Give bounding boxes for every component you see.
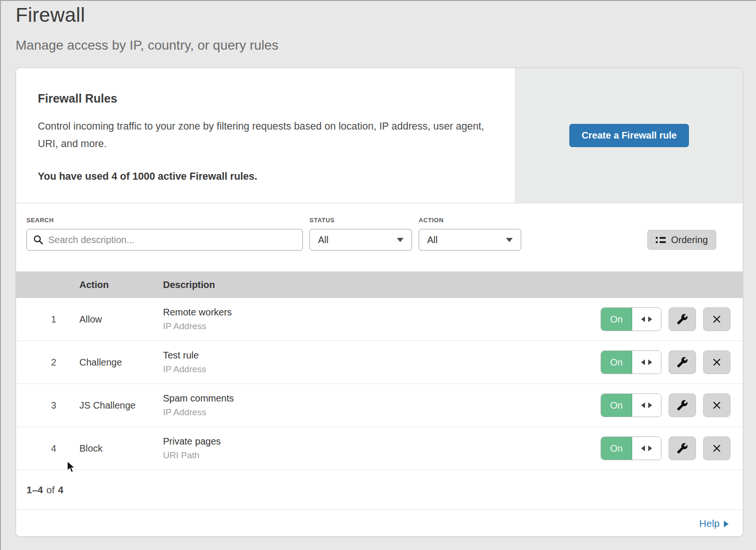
action-selected-value: All: [427, 235, 438, 245]
rule-description: Spam comments: [163, 393, 601, 404]
status-label: STATUS: [309, 217, 412, 224]
close-icon: [711, 313, 723, 325]
triangle-right-icon: [648, 359, 652, 365]
triangle-left-icon: [641, 316, 645, 322]
toggle-arrows-icon[interactable]: [632, 351, 661, 374]
triangle-right-icon: [648, 445, 652, 451]
delete-rule-button[interactable]: [703, 350, 730, 374]
rule-priority: 2: [16, 357, 79, 368]
wrench-icon: [677, 400, 688, 411]
toggle-on-label[interactable]: On: [601, 308, 632, 331]
right-triangle-icon: [724, 521, 729, 527]
rule-controls: On: [601, 307, 743, 331]
filter-bar: SEARCH STATUS All ACTION All: [16, 203, 743, 271]
table-row: 3 JS Challenge Spam comments IP Address …: [16, 384, 743, 427]
ordered-list-icon: [656, 237, 666, 243]
delete-rule-button[interactable]: [703, 437, 730, 460]
triangle-left-icon: [641, 445, 645, 451]
rule-action: Block: [79, 443, 163, 454]
rule-priority: 1: [16, 314, 79, 325]
delete-rule-button[interactable]: [703, 307, 730, 331]
table-row: 1 Allow Remote workers IP Address On: [16, 298, 743, 341]
page-header: Firewall Manage access by IP, country, o…: [0, 0, 756, 53]
close-icon: [711, 356, 723, 368]
search-box[interactable]: [26, 229, 303, 251]
rule-enabled-toggle[interactable]: On: [601, 307, 662, 331]
rule-description: Test rule: [163, 350, 601, 361]
pagination-separator: of: [46, 484, 55, 496]
close-icon: [711, 442, 723, 454]
action-filter-group: ACTION All: [419, 217, 521, 271]
toggle-arrows-icon[interactable]: [632, 437, 661, 460]
toggle-on-label[interactable]: On: [601, 394, 632, 417]
toggle-arrows-icon[interactable]: [632, 394, 661, 417]
table-row: 4 Block Private pages URI Path On: [16, 427, 743, 470]
description-column-header: Description: [163, 279, 743, 290]
action-select[interactable]: All: [419, 229, 521, 251]
edit-rule-button[interactable]: [669, 437, 696, 460]
rule-enabled-toggle[interactable]: On: [601, 437, 662, 460]
rule-match-type: URI Path: [163, 450, 601, 461]
search-icon: [33, 235, 43, 245]
rule-priority: 3: [16, 400, 79, 411]
search-group: SEARCH: [26, 217, 303, 271]
action-column-header: Action: [79, 279, 163, 290]
rule-controls: On: [601, 350, 743, 374]
rule-description: Private pages: [163, 436, 601, 447]
overview-section: Firewall Rules Control incoming traffic …: [16, 68, 743, 203]
triangle-right-icon: [648, 316, 652, 322]
toggle-on-label[interactable]: On: [601, 437, 632, 460]
create-firewall-rule-button[interactable]: Create a Firewall rule: [569, 124, 689, 147]
status-selected-value: All: [318, 235, 328, 245]
triangle-right-icon: [648, 402, 652, 408]
edit-rule-button[interactable]: [669, 350, 696, 374]
search-label: SEARCH: [26, 217, 303, 224]
search-input[interactable]: [48, 235, 296, 245]
toggle-arrows-icon[interactable]: [632, 308, 661, 331]
rule-action: Allow: [79, 314, 163, 325]
toggle-on-label[interactable]: On: [601, 351, 632, 374]
rule-enabled-toggle[interactable]: On: [601, 350, 662, 374]
pagination-range: 1–4: [26, 484, 43, 496]
rule-description-cell: Remote workers IP Address: [163, 307, 601, 332]
triangle-left-icon: [641, 359, 645, 365]
overview-text-block: Firewall Rules Control incoming traffic …: [16, 68, 515, 203]
close-icon: [711, 399, 723, 411]
rule-action: JS Challenge: [79, 400, 163, 411]
table-row: 2 Challenge Test rule IP Address On: [16, 341, 743, 384]
wrench-icon: [677, 443, 688, 454]
triangle-left-icon: [641, 402, 645, 408]
edit-rule-button[interactable]: [669, 307, 696, 331]
rule-priority: 4: [16, 443, 79, 454]
create-rule-area: Create a Firewall rule: [515, 68, 743, 203]
card-title: Firewall Rules: [38, 92, 487, 105]
rule-enabled-toggle[interactable]: On: [601, 393, 662, 417]
chevron-down-icon: [506, 238, 513, 242]
help-label: Help: [699, 518, 720, 529]
edit-rule-button[interactable]: [669, 393, 696, 417]
delete-rule-button[interactable]: [703, 393, 730, 417]
rule-description: Remote workers: [163, 307, 601, 318]
rule-match-type: IP Address: [163, 364, 601, 375]
ordering-button-label: Ordering: [671, 235, 708, 245]
rule-controls: On: [601, 393, 743, 417]
wrench-icon: [677, 314, 688, 325]
page-subtitle: Manage access by IP, country, or query r…: [16, 38, 756, 53]
help-footer: Help: [16, 510, 743, 537]
rule-match-type: IP Address: [163, 321, 601, 332]
status-filter-group: STATUS All: [309, 217, 412, 271]
table-header: Action Description: [16, 271, 743, 298]
rule-description-cell: Test rule IP Address: [163, 350, 601, 375]
firewall-rules-panel: Firewall Rules Control incoming traffic …: [16, 68, 743, 537]
card-description: Control incoming traffic to your zone by…: [38, 118, 487, 153]
status-select[interactable]: All: [309, 229, 412, 251]
rules-list: 1 Allow Remote workers IP Address On: [16, 298, 743, 470]
usage-summary: You have used 4 of 1000 active Firewall …: [38, 171, 487, 183]
rule-description-cell: Private pages URI Path: [163, 436, 601, 461]
rule-controls: On: [601, 437, 743, 460]
wrench-icon: [677, 357, 688, 368]
rule-description-cell: Spam comments IP Address: [163, 393, 601, 418]
help-link[interactable]: Help: [699, 518, 729, 529]
ordering-button[interactable]: Ordering: [647, 230, 716, 250]
page-title: Firewall: [16, 4, 756, 26]
